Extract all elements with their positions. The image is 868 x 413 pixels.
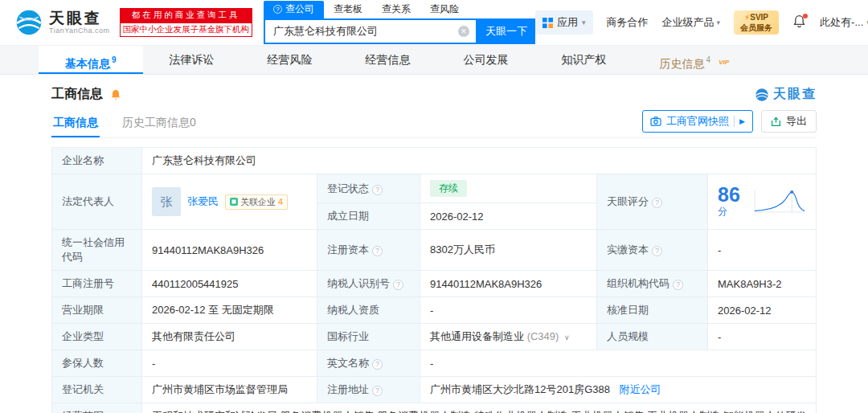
subtab-history-business-info[interactable]: 历史工商信息0 — [121, 109, 198, 137]
watermark-text: 天眼查 — [773, 86, 817, 103]
field-value-english-name: - — [420, 350, 817, 377]
table-row: 企业名称 广东慧仑科技有限公司 — [52, 148, 817, 174]
section-title: 工商信息 — [51, 86, 103, 103]
field-value-paid-capital: - — [708, 230, 817, 271]
search-input[interactable] — [265, 20, 476, 43]
field-value-credit-code: 91440112MAK8A9H326 — [142, 230, 317, 271]
help-icon[interactable] — [652, 198, 662, 208]
search-tab-risk[interactable]: 查风险 — [420, 1, 469, 18]
field-label-taxpayer-quality: 纳税人资质 — [317, 297, 420, 324]
tab-label: 基本信息 — [65, 57, 110, 70]
help-icon[interactable] — [372, 185, 383, 195]
button-divider — [734, 116, 735, 127]
monitor-bell-icon[interactable] — [109, 88, 122, 101]
search-tab-label: 查公司 — [285, 2, 314, 16]
clear-search-icon[interactable] — [458, 26, 469, 37]
search-block: 查公司 查老板 查关系 查风险 天眼一下 — [264, 1, 535, 44]
related-tag-count: 4 — [278, 197, 283, 206]
tab-history-info[interactable]: 历史信息4 VIP — [633, 46, 738, 74]
user-name: 此处有-... — [820, 15, 863, 30]
field-value-insured-count: - — [142, 350, 317, 377]
search-tab-label: 查老板 — [334, 2, 362, 16]
help-icon[interactable] — [673, 280, 683, 290]
table-row: 参保人数 - 英文名称 - — [52, 350, 817, 377]
export-button-label: 导出 — [786, 114, 807, 129]
search-tab-label: 查关系 — [382, 2, 411, 16]
score-value: 86 — [718, 183, 740, 206]
help-icon[interactable] — [372, 246, 383, 256]
table-row: 经营范围 工程和技术研究和试验发展;服务消费机器人销售;服务消费机器人制造;特殊… — [52, 403, 817, 413]
snapshot-button-label: 工商官网快照 — [666, 114, 729, 129]
related-company-icon — [230, 198, 238, 206]
tab-intellectual-property[interactable]: 知识产权 — [535, 46, 633, 74]
help-icon[interactable] — [393, 280, 403, 290]
field-value-business-scope: 工程和技术研究和试验发展;服务消费机器人销售;服务消费机器人制造;特殊作业机器人… — [142, 403, 817, 413]
field-label-tianyan-score: 天眼评分 — [597, 174, 708, 230]
slogan-line1: 都在用的商业查询工具 — [120, 8, 253, 22]
legal-rep-name-link[interactable]: 张爱民 — [187, 194, 219, 209]
notification-dot — [803, 14, 808, 18]
nearby-companies-link[interactable]: 附近公司 — [620, 383, 661, 395]
field-label-org-code: 组织机构代码 — [597, 271, 708, 297]
search-button[interactable]: 天眼一下 — [477, 18, 535, 44]
svip-member-badge[interactable]: ⚡SVIP 会员服务 — [734, 10, 779, 35]
field-label-approval-date: 核准日期 — [597, 297, 708, 324]
field-value-staff-size: - — [708, 324, 817, 350]
tab-label: 经营信息 — [366, 53, 411, 66]
subtab-label: 历史工商信息 — [122, 116, 190, 129]
related-companies-tag[interactable]: 关联企业 4 — [225, 194, 288, 210]
play-icon — [739, 117, 745, 125]
field-value-reg-capital: 8302万人民币 — [420, 230, 597, 271]
field-label-company-name: 企业名称 — [52, 148, 142, 174]
search-input-wrap — [264, 18, 477, 44]
tianyancha-logo[interactable]: 天眼查 TianYanCha.com — [14, 8, 110, 37]
help-icon[interactable] — [372, 359, 383, 370]
subtab-row: 工商信息 历史工商信息0 工商官网快照 导出 — [51, 109, 817, 138]
grid-icon — [542, 18, 553, 28]
tab-operating-info[interactable]: 经营信息 — [339, 46, 437, 74]
tab-operating-risk[interactable]: 经营风险 — [241, 46, 339, 74]
official-snapshot-button[interactable]: 工商官网快照 — [642, 110, 753, 133]
field-value-business-term: 2026-02-12 至 无固定期限 — [142, 297, 317, 324]
industry-expand-icon[interactable] — [564, 333, 570, 341]
help-icon[interactable] — [372, 386, 383, 396]
field-label-legal-rep: 法定代表人 — [52, 174, 142, 230]
brand-name: 天眼查 — [49, 10, 110, 27]
nav-business-cooperation[interactable]: 商务合作 — [607, 15, 649, 30]
score-unit: 分 — [718, 206, 727, 217]
header-nav: 应用 商务合作 企业级产品 ⚡SVIP 会员服务 此处有-... — [535, 10, 868, 35]
table-row: 法定代表人 张 张爱民 关联企业 4 登记状态 存续 天 — [52, 174, 817, 203]
camera-icon — [650, 117, 661, 126]
export-button[interactable]: 导出 — [761, 110, 817, 133]
field-label-company-type: 企业类型 — [52, 324, 142, 350]
slogan-badge: 都在用的商业查询工具 国家中小企业发展子基金旗下机构 — [120, 8, 253, 37]
search-tab-boss[interactable]: 查老板 — [324, 1, 372, 18]
slogan-line2: 国家中小企业发展子基金旗下机构 — [120, 22, 253, 37]
field-value-taxpayer-quality: - — [420, 297, 597, 324]
field-value-industry: 其他通用设备制造业 (C349) — [420, 324, 597, 350]
score-curve-chart — [750, 183, 806, 220]
tab-basic-info[interactable]: 基本信息9 — [39, 46, 143, 74]
nav-label: 商务合作 — [607, 15, 649, 30]
nav-label: 企业级产品 — [662, 15, 714, 30]
header: 天眼查 TianYanCha.com 都在用的商业查询工具 国家中小企业发展子基… — [0, 0, 868, 45]
tab-company-development[interactable]: 公司发展 — [437, 46, 535, 74]
brand-subtitle: TianYanCha.com — [49, 27, 110, 35]
field-label-establish-date: 成立日期 — [317, 203, 420, 230]
tab-legal-proceedings[interactable]: 法律诉讼 — [143, 46, 241, 74]
notification-bell-icon[interactable] — [792, 14, 806, 31]
help-icon[interactable] — [652, 246, 662, 256]
subtab-business-info[interactable]: 工商信息 — [51, 109, 100, 137]
field-label-reg-address: 注册地址 — [317, 377, 420, 403]
legal-rep-avatar: 张 — [152, 187, 181, 216]
subtab-label: 工商信息 — [53, 116, 98, 129]
field-value-reg-number: 440112005441925 — [142, 271, 317, 297]
nav-enterprise-products[interactable]: 企业级产品 — [662, 15, 721, 30]
field-label-reg-number: 工商注册号 — [52, 271, 142, 297]
user-menu[interactable]: 此处有-... — [820, 15, 868, 30]
apps-menu[interactable]: 应用 — [535, 10, 593, 35]
search-tab-company[interactable]: 查公司 — [264, 1, 324, 18]
search-tab-relation[interactable]: 查关系 — [372, 1, 420, 18]
svip-label: SVIP — [750, 13, 768, 22]
tianyancha-logo-icon — [14, 8, 43, 37]
